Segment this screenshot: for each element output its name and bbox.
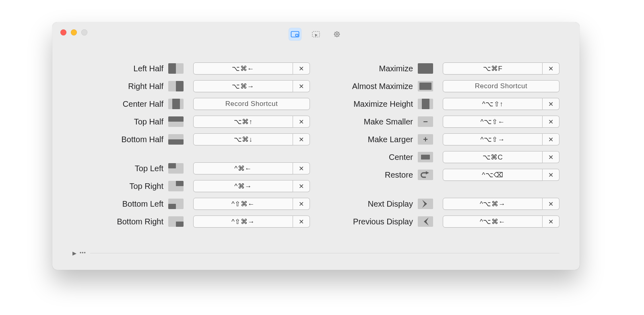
- dashed-window-cursor-icon: [312, 30, 320, 38]
- label-center-half: Center Half: [123, 99, 163, 109]
- minimize-button[interactable]: [71, 29, 77, 35]
- clear-shortcut-button[interactable]: ✕: [293, 80, 310, 92]
- row-top-left: Top Left ^⌘← ✕: [72, 162, 310, 174]
- bottom-half-icon: [168, 134, 184, 145]
- label-restore: Restore: [385, 170, 413, 180]
- divider: [90, 253, 559, 253]
- tab-snap[interactable]: [310, 28, 322, 41]
- label-top-half: Top Half: [134, 117, 163, 126]
- clear-shortcut-button[interactable]: ✕: [543, 198, 559, 210]
- shortcut-field-center-half: Record Shortcut: [193, 98, 310, 110]
- svg-line-11: [339, 32, 339, 33]
- svg-line-12: [335, 36, 335, 36]
- row-restore: Restore ^⌥⌫ ✕: [322, 169, 559, 181]
- label-make-smaller: Make Smaller: [364, 117, 413, 126]
- shortcut-recorder[interactable]: ⌥⌘F: [443, 62, 543, 75]
- shortcut-recorder[interactable]: ^⌥⌘←: [443, 216, 543, 228]
- clear-shortcut-button[interactable]: ✕: [293, 162, 310, 174]
- disclosure-toggle[interactable]: ▶ •••: [72, 250, 86, 256]
- shortcut-recorder[interactable]: ⌥⌘←: [193, 62, 293, 75]
- label-almost-maximize: Almost Maximize: [352, 82, 413, 91]
- clear-shortcut-button[interactable]: ✕: [293, 62, 310, 75]
- bottom-left-icon: [168, 199, 184, 209]
- shortcut-recorder[interactable]: ^⌥⇧↑: [443, 98, 543, 110]
- row-bottom-right: Bottom Right ^⇧⌘→ ✕: [72, 216, 310, 228]
- tab-settings[interactable]: [330, 28, 343, 41]
- preferences-window: Left Half ⌥⌘← ✕ Right Half ⌥⌘→ ✕: [52, 22, 580, 270]
- shortcut-recorder[interactable]: Record Shortcut: [443, 80, 559, 92]
- maximize-height-icon: [418, 99, 433, 109]
- row-center-half: Center Half Record Shortcut: [72, 98, 310, 110]
- svg-line-9: [335, 32, 335, 33]
- clear-shortcut-button[interactable]: ✕: [293, 133, 310, 145]
- display-group: Next Display ^⌥⌘→ ✕ Previous Display: [322, 198, 559, 228]
- shortcut-field-left-half: ⌥⌘← ✕: [193, 62, 310, 75]
- shortcut-field-maximize-height: ^⌥⇧↑ ✕: [443, 98, 559, 110]
- label-next-display: Next Display: [368, 199, 413, 209]
- shortcut-field-center: ⌥⌘C ✕: [443, 151, 559, 163]
- top-half-icon: [168, 116, 184, 127]
- shortcut-recorder[interactable]: ^⇧⌘→: [193, 216, 293, 228]
- bottom-right-icon: [168, 216, 184, 227]
- clear-shortcut-button[interactable]: ✕: [543, 216, 559, 228]
- svg-rect-1: [295, 34, 298, 36]
- shortcut-recorder[interactable]: ⌥⌘C: [443, 151, 543, 163]
- shortcut-recorder[interactable]: ^⌘←: [193, 162, 293, 174]
- row-next-display: Next Display ^⌥⌘→ ✕: [322, 198, 559, 210]
- restore-icon: [418, 170, 433, 180]
- shortcut-recorder[interactable]: ^⌥⌫: [443, 169, 543, 181]
- shortcut-recorder[interactable]: ^⌥⇧←: [443, 116, 543, 128]
- clear-shortcut-button[interactable]: ✕: [293, 180, 310, 192]
- clear-shortcut-button[interactable]: ✕: [543, 116, 559, 128]
- right-half-icon: [168, 81, 184, 91]
- shortcut-field-maximize: ⌥⌘F ✕: [443, 62, 559, 75]
- left-column: Left Half ⌥⌘← ✕ Right Half ⌥⌘→ ✕: [72, 62, 310, 250]
- label-maximize: Maximize: [379, 64, 413, 73]
- zoom-button[interactable]: [81, 29, 87, 35]
- clear-shortcut-button[interactable]: ✕: [293, 198, 310, 210]
- row-right-half: Right Half ⌥⌘→ ✕: [72, 80, 310, 92]
- left-half-icon: [168, 63, 184, 74]
- close-button[interactable]: [60, 29, 66, 35]
- shortcut-recorder[interactable]: ^⌥⌘→: [443, 198, 543, 210]
- chevron-right-icon: [418, 199, 433, 209]
- clear-shortcut-button[interactable]: ✕: [293, 116, 310, 128]
- clear-shortcut-button[interactable]: ✕: [543, 151, 559, 163]
- clear-shortcut-button[interactable]: ✕: [543, 133, 559, 145]
- svg-point-3: [335, 32, 339, 37]
- svg-point-4: [336, 33, 338, 35]
- row-top-half: Top Half ⌥⌘↑ ✕: [72, 116, 310, 128]
- row-make-larger: Make Larger + ^⌥⇧→ ✕: [322, 133, 559, 145]
- top-left-icon: [168, 163, 184, 174]
- traffic-lights: [60, 29, 87, 35]
- shortcut-field-bottom-half: ⌥⌘↓ ✕: [193, 133, 310, 145]
- disclosure-triangle-icon: ▶: [72, 250, 76, 256]
- clear-shortcut-button[interactable]: ✕: [543, 62, 559, 75]
- clear-shortcut-button[interactable]: ✕: [543, 169, 559, 181]
- shortcut-field-make-larger: ^⌥⇧→ ✕: [443, 133, 559, 145]
- plus-icon: +: [418, 134, 433, 145]
- label-bottom-right: Bottom Right: [117, 217, 163, 226]
- maximize-icon: [418, 63, 433, 74]
- shortcut-recorder[interactable]: ⌥⌘→: [193, 80, 293, 92]
- clear-shortcut-button[interactable]: ✕: [293, 216, 310, 228]
- chevron-left-icon: [418, 216, 433, 227]
- halves-group: Left Half ⌥⌘← ✕ Right Half ⌥⌘→ ✕: [72, 62, 310, 145]
- shortcut-recorder[interactable]: Record Shortcut: [193, 98, 310, 110]
- sizing-group: Maximize ⌥⌘F ✕ Almost Maximize Record Sh…: [322, 62, 559, 181]
- shortcut-field-bottom-left: ^⇧⌘← ✕: [193, 198, 310, 210]
- shortcut-recorder[interactable]: ⌥⌘↓: [193, 133, 293, 145]
- shortcut-recorder[interactable]: ^⇧⌘←: [193, 198, 293, 210]
- row-maximize-height: Maximize Height ^⌥⇧↑ ✕: [322, 98, 559, 110]
- shortcut-field-right-half: ⌥⌘→ ✕: [193, 80, 310, 92]
- shortcut-recorder[interactable]: ^⌘→: [193, 180, 293, 192]
- clear-shortcut-button[interactable]: ✕: [543, 98, 559, 110]
- shortcut-recorder[interactable]: ^⌥⇧→: [443, 133, 543, 145]
- quarters-group: Top Left ^⌘← ✕ Top Right ^⌘→ ✕: [72, 162, 310, 228]
- footer: ▶ •••: [72, 250, 559, 256]
- gear-icon: [332, 30, 341, 38]
- tab-shortcuts[interactable]: [289, 28, 301, 41]
- shortcut-recorder[interactable]: ⌥⌘↑: [193, 116, 293, 128]
- shortcut-field-top-left: ^⌘← ✕: [193, 162, 310, 174]
- right-column: Maximize ⌥⌘F ✕ Almost Maximize Record Sh…: [322, 62, 559, 250]
